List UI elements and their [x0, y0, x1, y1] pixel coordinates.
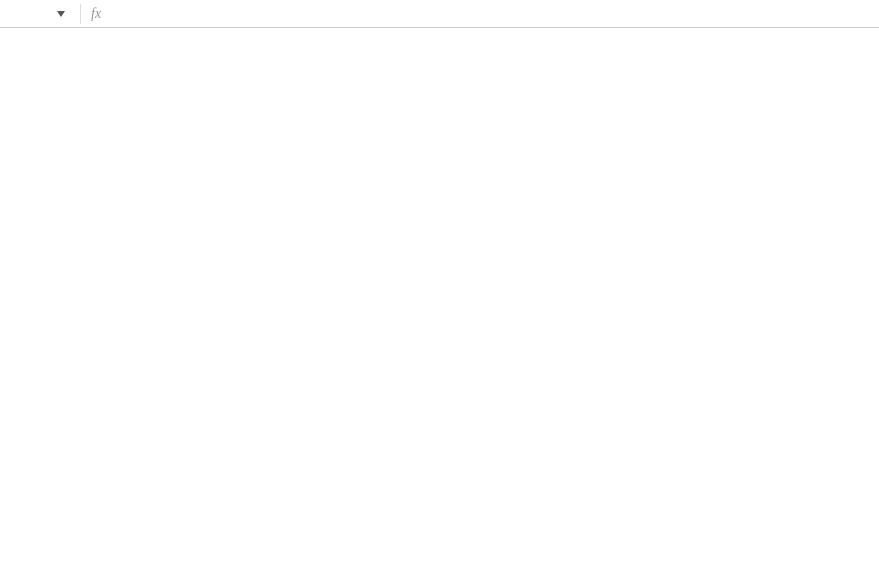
divider [80, 4, 81, 24]
formula-bar: fx [0, 0, 879, 28]
name-box-dropdown-icon[interactable] [52, 11, 70, 17]
fx-icon: fx [91, 6, 101, 22]
